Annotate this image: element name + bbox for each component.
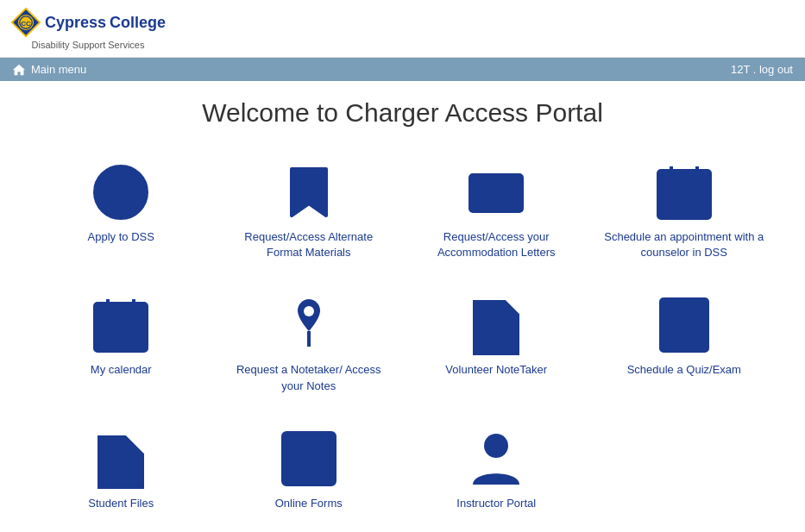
- svg-rect-18: [114, 322, 121, 329]
- online-forms-item[interactable]: Online Forms: [219, 420, 399, 520]
- notetaker-label: Request a Notetaker/ Access your Notes: [228, 362, 390, 393]
- quiz-exam-label: Schedule a Quiz/Exam: [627, 362, 741, 378]
- icon-grid-row3: Student Files Online Forms: [32, 420, 774, 520]
- upload-file-icon: [91, 429, 151, 489]
- cypress-logo-icon: CC: [10, 7, 41, 38]
- pushpin-icon: [279, 295, 339, 355]
- logo-area: CC Cypress College Disability Support Se…: [10, 7, 166, 50]
- svg-rect-41: [292, 473, 302, 482]
- logo-subtitle: Disability Support Services: [32, 40, 145, 50]
- main-menu-link[interactable]: Main menu: [31, 63, 86, 76]
- header: CC Cypress College Disability Support Se…: [0, 0, 805, 58]
- schedule-counselor-item[interactable]: Schedule an appointment with a counselor…: [594, 153, 774, 269]
- volunteer-notetaker-label: Volunteer NoteTaker: [445, 362, 547, 378]
- apply-dss-label: Apply to DSS: [88, 229, 154, 245]
- person-icon: [466, 429, 526, 489]
- main-content: Welcome to Charger Access Portal ® Apply…: [0, 81, 805, 532]
- navbar-left: Main menu: [12, 63, 86, 76]
- svg-rect-25: [102, 343, 109, 348]
- alternate-format-item[interactable]: Request/Access Alternate Format Material…: [219, 153, 399, 269]
- svg-rect-26: [114, 343, 121, 348]
- alternate-format-label: Request/Access Alternate Format Material…: [228, 229, 390, 260]
- envelope-icon: [466, 162, 526, 222]
- accommodation-label: Request/Access your Accommodation Letter…: [416, 229, 578, 260]
- logout-link[interactable]: log out: [759, 63, 793, 76]
- separator: .: [753, 63, 759, 76]
- my-calendar-label: My calendar: [91, 362, 152, 378]
- svg-rect-22: [114, 333, 121, 339]
- svg-rect-21: [102, 333, 109, 339]
- edit-doc-icon: [466, 295, 526, 355]
- bookmark-icon: [279, 162, 339, 222]
- svg-rect-17: [102, 322, 109, 329]
- svg-point-44: [484, 434, 508, 458]
- logo-top: CC Cypress College: [10, 7, 166, 38]
- apply-dss-item[interactable]: ® Apply to DSS: [32, 153, 211, 269]
- svg-text:®: ®: [110, 177, 131, 208]
- notetaker-item[interactable]: Request a Notetaker/ Access your Notes: [219, 286, 399, 402]
- page-title: Welcome to Charger Access Portal: [26, 98, 779, 128]
- navbar-right: 12T . log out: [731, 63, 793, 76]
- forms-icon: [279, 429, 339, 489]
- svg-text:CC: CC: [21, 20, 31, 28]
- my-calendar-item[interactable]: My calendar: [32, 286, 211, 402]
- empty-cell: [594, 420, 774, 520]
- calendar-plus-icon: [654, 162, 714, 222]
- svg-rect-35: [292, 444, 302, 453]
- svg-rect-19: [126, 322, 133, 329]
- volunteer-notetaker-item[interactable]: Volunteer NoteTaker: [407, 286, 587, 402]
- svg-rect-38: [292, 460, 302, 468]
- online-forms-label: Online Forms: [275, 496, 343, 511]
- instructor-portal-item[interactable]: Instructor Portal: [407, 420, 587, 520]
- navbar: Main menu 12T . log out: [0, 58, 805, 81]
- student-files-label: Student Files: [88, 496, 154, 511]
- quiz-exam-item[interactable]: Schedule a Quiz/Exam: [594, 286, 774, 402]
- list-doc-icon: [654, 295, 714, 355]
- icon-grid-row1: ® Apply to DSS Request/Access Alternate …: [32, 153, 774, 403]
- user-id: 12T: [731, 63, 750, 76]
- registered-icon: ®: [91, 162, 151, 222]
- svg-rect-20: [138, 322, 143, 329]
- svg-point-27: [304, 306, 314, 316]
- instructor-portal-label: Instructor Portal: [456, 496, 536, 511]
- logo-college: College: [110, 14, 166, 32]
- svg-rect-24: [138, 333, 143, 339]
- accommodation-item[interactable]: Request/Access your Accommodation Letter…: [407, 153, 587, 269]
- calendar-grid-icon: [91, 295, 151, 355]
- svg-rect-23: [126, 333, 133, 339]
- home-icon: [12, 64, 26, 76]
- logo-cypress: Cypress: [45, 14, 106, 32]
- svg-rect-28: [307, 331, 311, 347]
- student-files-item[interactable]: Student Files: [32, 420, 211, 520]
- schedule-counselor-label: Schedule an appointment with a counselor…: [603, 229, 765, 260]
